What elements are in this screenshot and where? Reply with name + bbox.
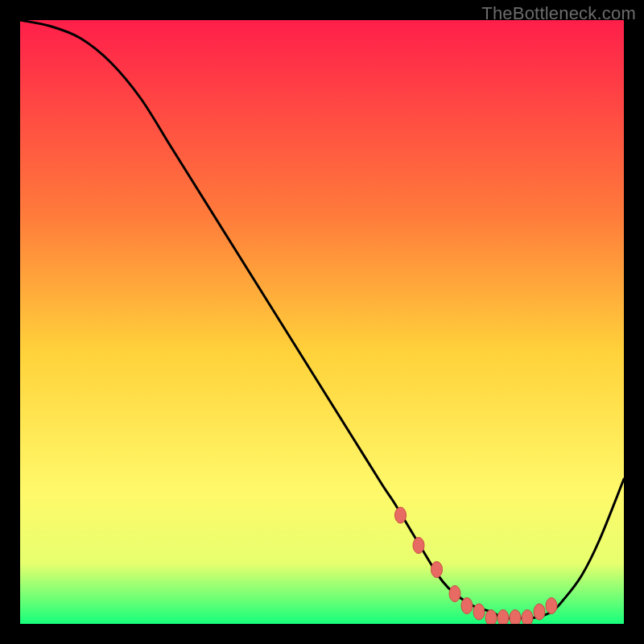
highlight-marker	[485, 610, 497, 625]
highlight-marker	[395, 507, 407, 523]
chart-frame: TheBottleneck.com	[0, 0, 644, 644]
highlight-marker	[510, 610, 521, 625]
highlight-marker	[431, 562, 443, 578]
bottleneck-chart	[20, 20, 624, 624]
highlight-marker	[449, 586, 460, 602]
highlight-marker	[461, 598, 473, 614]
highlight-marker	[522, 610, 533, 625]
highlight-marker	[473, 604, 485, 620]
highlight-marker	[413, 538, 424, 554]
watermark-text: TheBottleneck.com	[481, 3, 636, 24]
highlight-marker	[534, 604, 545, 620]
highlight-marker	[546, 598, 557, 614]
gradient-background	[20, 20, 624, 624]
highlight-marker	[497, 610, 509, 625]
